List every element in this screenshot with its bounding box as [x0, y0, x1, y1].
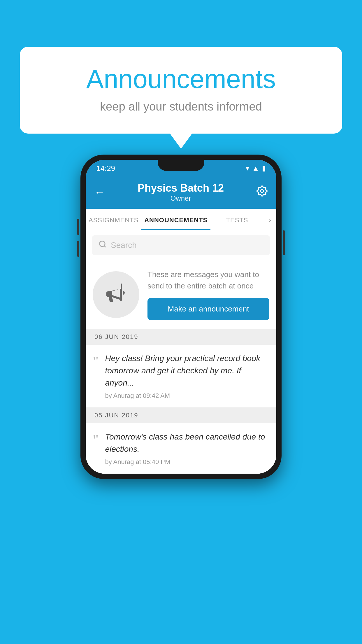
search-icon: [99, 240, 107, 250]
status-time: 14:29: [96, 164, 115, 173]
announcement-text-2: Tomorrow's class has been cancelled due …: [105, 431, 269, 455]
svg-line-2: [104, 246, 106, 247]
status-icons: ▾ ▲ ▮: [246, 164, 266, 172]
megaphone-icon: [104, 281, 128, 309]
promo-description: These are messages you want to send to t…: [147, 269, 269, 292]
speech-bubble: Announcements keep all your students inf…: [20, 47, 342, 134]
header-center: Physics Batch 12 Owner: [138, 182, 224, 202]
promo-icon-circle: [93, 271, 139, 318]
announcement-text-1: Hey class! Bring your practical record b…: [105, 352, 269, 389]
back-button[interactable]: ←: [94, 186, 105, 198]
phone-notch: [158, 160, 204, 171]
wifi-icon: ▾: [246, 164, 249, 172]
settings-button[interactable]: [256, 186, 268, 199]
battery-icon: ▮: [262, 164, 266, 172]
announcement-item-1[interactable]: " Hey class! Bring your practical record…: [86, 345, 276, 407]
search-bar[interactable]: Search: [92, 235, 270, 255]
announcement-content-1: Hey class! Bring your practical record b…: [105, 352, 269, 400]
tab-tests[interactable]: TESTS: [210, 209, 263, 230]
batch-title: Physics Batch 12: [138, 182, 224, 194]
svg-point-1: [100, 241, 105, 247]
tab-announcements[interactable]: ANNOUNCEMENTS: [141, 209, 210, 230]
volume-up-button[interactable]: [77, 219, 79, 235]
svg-point-0: [261, 190, 263, 192]
search-container: Search: [86, 230, 276, 260]
signal-icon: ▲: [252, 164, 259, 172]
search-placeholder: Search: [111, 241, 137, 250]
phone-device: 14:29 ▾ ▲ ▮ ← Physics Batch 12 Owner: [80, 155, 282, 479]
make-announcement-button[interactable]: Make an announcement: [147, 298, 269, 320]
announcement-promo: These are messages you want to send to t…: [86, 260, 276, 329]
batch-role: Owner: [138, 194, 224, 202]
promo-content: These are messages you want to send to t…: [147, 269, 269, 320]
bubble-title: Announcements: [43, 64, 319, 94]
volume-down-button[interactable]: [77, 241, 79, 257]
quote-icon-2: ": [93, 433, 99, 447]
phone-screen: 14:29 ▾ ▲ ▮ ← Physics Batch 12 Owner: [86, 160, 276, 474]
bubble-subtitle: keep all your students informed: [43, 100, 319, 113]
quote-icon-1: ": [93, 354, 99, 369]
tabs-bar: ASSIGNMENTS ANNOUNCEMENTS TESTS ›: [86, 209, 276, 230]
announcement-content-2: Tomorrow's class has been cancelled due …: [105, 431, 269, 466]
date-separator-1: 06 JUN 2019: [86, 329, 276, 345]
announcement-item-2[interactable]: " Tomorrow's class has been cancelled du…: [86, 423, 276, 474]
announcement-meta-2: by Anurag at 05:40 PM: [105, 458, 269, 466]
app-header: ← Physics Batch 12 Owner: [86, 177, 276, 209]
power-button[interactable]: [283, 230, 285, 255]
phone-outer-shell: 14:29 ▾ ▲ ▮ ← Physics Batch 12 Owner: [80, 155, 282, 479]
speech-bubble-section: Announcements keep all your students inf…: [20, 47, 342, 134]
tab-more[interactable]: ›: [264, 209, 276, 230]
date-separator-2: 05 JUN 2019: [86, 407, 276, 423]
tab-assignments[interactable]: ASSIGNMENTS: [86, 209, 141, 230]
announcement-meta-1: by Anurag at 09:42 AM: [105, 392, 269, 400]
